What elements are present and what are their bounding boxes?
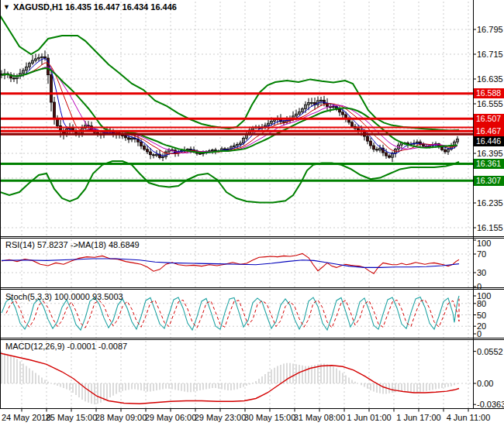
ma-medium-line — [2, 63, 457, 153]
ma-slow-line — [2, 67, 457, 153]
candlesticks — [1, 57, 459, 157]
bollinger-lower-band — [0, 161, 459, 203]
stoch-k-line — [2, 296, 459, 330]
bollinger-middle-band — [2, 68, 457, 153]
rsi-line — [2, 253, 459, 273]
trading-chart-window: ▼XAGUSD,H1 16.435 16.447 16.434 16.446 R… — [0, 0, 504, 426]
bollinger-upper-band — [0, 15, 459, 130]
chart-plot-area[interactable] — [0, 0, 504, 426]
ma-fast-line — [2, 58, 457, 156]
macd-signal-line — [0, 353, 459, 404]
macd-histogram — [2, 352, 457, 404]
